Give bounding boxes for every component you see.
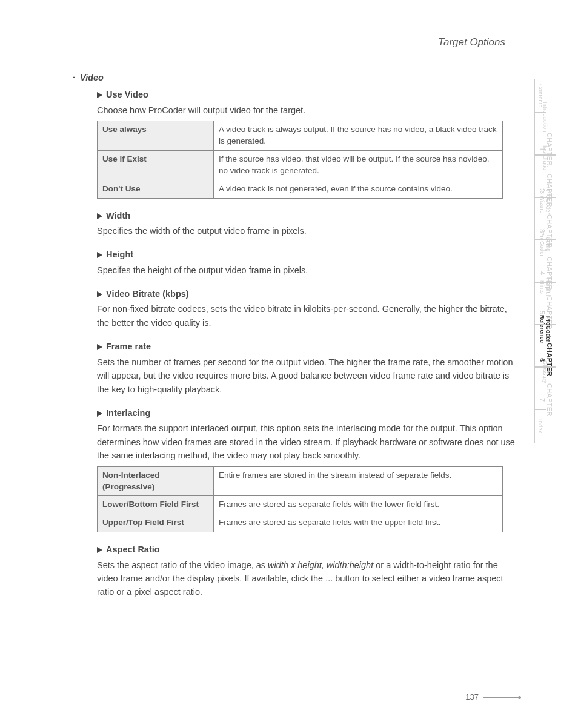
bitrate-label: Video Bitrate (kbps) [106,289,189,299]
item-framerate-title: Frame rate [97,340,515,352]
aspect-desc-em: width x height, width:height [268,560,373,570]
item-aspect-title: Aspect Ratio [97,543,515,555]
cell-val: A video track is not generated, even if … [214,180,503,198]
cell-val: If the source has video, that video will… [214,150,503,180]
chapter-tabs: Contents IntroductionCHAPTER 1 Installat… [534,79,578,443]
tab-chapter-4[interactable]: Using ProCoderCHAPTER 4 [534,240,556,282]
height-label: Height [106,250,133,259]
arrow-icon [97,411,102,417]
framerate-desc: Sets the number of frames per second for… [97,356,515,396]
tab-label: ProCoder 3 Wizard [539,190,551,214]
bitrate-desc: For non-fixed bitrate codecs, sets the v… [97,302,515,329]
item-use-video-title: Use Video [97,88,515,101]
section-title-text: Video [80,73,104,82]
arrow-icon [97,547,102,553]
table-row: Use alwaysA video track is always output… [98,121,503,151]
table-row: Don't UseA video track is not generated,… [98,180,503,198]
cell-val: A video track is always output. If the s… [214,121,503,151]
arrow-icon [97,213,102,219]
arrow-icon [97,252,102,258]
tab-label: Installation [542,145,548,174]
interlacing-label: Interlacing [106,408,150,418]
item-interlacing-title: Interlacing [97,407,515,419]
aspect-desc: Sets the aspect ratio of the video image… [97,558,515,599]
aspect-label: Aspect Ratio [106,544,160,554]
footer: 137 [465,692,520,701]
height-desc: Specifes the height of the output video … [97,263,515,277]
cell-key: Use if Exist [98,150,214,180]
arrow-icon [97,291,102,297]
use-video-label: Use Video [106,90,148,99]
tab-label: Index [537,419,543,434]
cell-key: Lower/Bottom Field First [98,496,214,514]
tab-chapter-7[interactable]: GlossaryCHAPTER 7 [534,367,556,409]
page-number: 137 [465,692,479,701]
tab-label: Helpful Hints [539,278,551,296]
cell-val: Frames are stored as separate fields wit… [214,496,503,514]
tab-index[interactable]: Index [534,409,546,443]
table-row: Non-Interlaced (Progressive)Entire frame… [98,466,503,496]
tab-label: Introduction [542,102,548,133]
item-bitrate-title: Video Bitrate (kbps) [97,288,515,300]
section-title: ·Video [73,71,515,84]
width-label: Width [106,211,130,220]
cell-key: Upper/Top Field First [98,514,214,532]
use-video-desc: Choose how ProCoder will output video fo… [97,104,515,117]
arrow-icon [97,344,102,350]
item-height-title: Height [97,248,515,260]
use-video-table: Use alwaysA video track is always output… [97,121,503,198]
tab-label: ProCoder Reference [539,315,551,343]
table-row: Lower/Bottom Field FirstFrames are store… [98,496,503,514]
interlacing-desc: For formats the support interlaced outpu… [97,422,515,462]
footer-line-icon [483,697,520,698]
cell-key: Use always [98,121,214,151]
main-content: ·Video Use Video Choose how ProCoder wil… [73,71,515,610]
cell-key: Don't Use [98,180,214,198]
aspect-desc-pre: Sets the aspect ratio of the video image… [97,560,268,570]
cell-key: Non-Interlaced (Progressive) [98,466,214,496]
width-desc: Specifies the width of the output video … [97,224,515,237]
table-row: Use if ExistIf the source has video, tha… [98,150,503,180]
table-row: Upper/Top Field FirstFrames are stored a… [98,514,503,532]
tab-label: Using ProCoder [539,232,551,257]
cell-val: Entire frames are stored in the stream i… [214,466,503,496]
cell-val: Frames are stored as separate fields wit… [214,514,503,532]
tab-label: Glossary [542,360,548,383]
arrow-icon [97,92,102,98]
framerate-label: Frame rate [106,342,151,351]
item-width-title: Width [97,210,515,222]
interlacing-table: Non-Interlaced (Progressive)Entire frame… [97,466,503,533]
page-header-title: Target Options [438,36,505,50]
